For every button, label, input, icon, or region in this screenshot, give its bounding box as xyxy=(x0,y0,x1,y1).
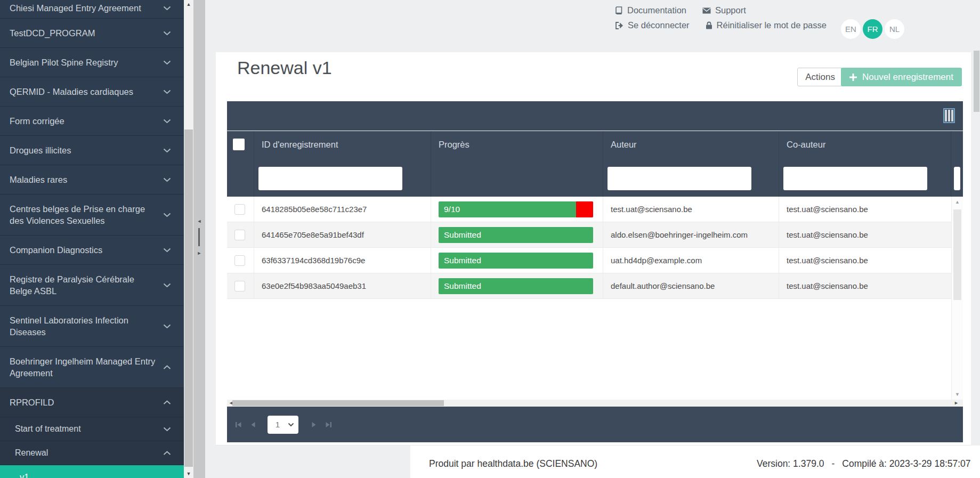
first-page-icon[interactable] xyxy=(234,420,243,429)
language-pill-en[interactable]: EN xyxy=(841,19,861,39)
table-vertical-scrollbar[interactable]: ▲ ▼ xyxy=(951,197,963,400)
page-title: Renewal v1 xyxy=(237,58,332,78)
sidebar-item-rprofild[interactable]: RPROFILD xyxy=(0,388,184,417)
sidebar-item-qermid-maladies-cardiaques[interactable]: QERMID - Maladies cardiaques xyxy=(0,77,184,107)
row-checkbox[interactable] xyxy=(234,204,245,215)
table-scroll-up-icon[interactable]: ▲ xyxy=(952,199,963,205)
header-link-lock[interactable]: Réinitialiser le mot de passe xyxy=(706,20,827,30)
column-chooser-icon[interactable] xyxy=(944,109,954,122)
select-all-checkbox[interactable] xyxy=(233,139,245,150)
column-header-coauteur[interactable]: Co-auteur xyxy=(779,131,951,158)
splitter-grip[interactable] xyxy=(198,228,200,246)
lock-icon xyxy=(706,21,712,29)
current-page-value: 1 xyxy=(268,420,288,429)
chevron-down-icon xyxy=(163,119,171,124)
scroll-down-icon[interactable]: ▼ xyxy=(184,470,193,477)
table-horizontal-scrollbar[interactable]: ◄ ► xyxy=(227,400,963,407)
table-row[interactable]: 641465e705e8e5a91bef43dfSubmittedaldo.el… xyxy=(227,222,963,248)
splitter-handle[interactable]: ◄ ► xyxy=(197,218,202,256)
sidebar-item-drogues-illicites[interactable]: Drogues illicites xyxy=(0,136,184,165)
chevron-down-icon xyxy=(163,60,171,65)
table-paginator: 1 xyxy=(227,407,963,442)
sidebar-item-testdcd-program[interactable]: TestDCD_PROGRAM xyxy=(0,19,184,48)
sidebar-item-label: Start of treatment xyxy=(15,423,81,435)
page-scrollbar-thumb[interactable] xyxy=(974,51,979,112)
sidebar-item-start-of-treatment[interactable]: Start of treatment xyxy=(0,417,184,441)
sidebar-item-form-corrig-e[interactable]: Form corrigée xyxy=(0,107,184,136)
progress-badge: Submitted xyxy=(439,253,593,269)
auteur-cell: test.uat@sciensano.be xyxy=(603,197,779,222)
signout-icon xyxy=(615,22,623,29)
column-header-extra xyxy=(951,131,963,158)
column-header-id[interactable]: ID d'enregistrement xyxy=(254,131,431,158)
sidebar-item-sentinel-laboratories-infection-diseases[interactable]: Sentinel Laboratories Infection Diseases xyxy=(0,306,184,347)
table-scrollbar-thumb[interactable] xyxy=(953,209,961,300)
version-separator: - xyxy=(831,458,835,469)
progress-cell: Submitted xyxy=(431,273,603,298)
sidebar-item-label: Renewal xyxy=(15,447,48,459)
actions-button[interactable]: Actions xyxy=(797,68,843,86)
sidebar-item-companion-diagnostics[interactable]: Companion Diagnostics xyxy=(0,236,184,265)
row-checkbox[interactable] xyxy=(234,230,245,240)
filter-auteur-input[interactable] xyxy=(608,167,751,190)
sidebar-scrollbar[interactable]: ▲ ▼ xyxy=(184,0,193,478)
header-links: DocumentationSupport Se déconnecterRéini… xyxy=(615,5,827,35)
table-scroll-right-icon[interactable]: ► xyxy=(954,400,959,407)
sidebar-item-label: Centres belges de Prise en charge des Vi… xyxy=(10,203,158,226)
sidebar-item-label: Maladies rares xyxy=(10,174,67,185)
sidebar-item-renewal[interactable]: Renewal xyxy=(0,441,184,465)
sidebar-item-registre-de-paralysie-c-r-brale-belge-asbl[interactable]: Registre de Paralysie Cérébrale Belge AS… xyxy=(0,265,184,306)
chevron-down-icon xyxy=(163,6,171,11)
envelope-icon xyxy=(702,7,711,14)
chevron-up-icon xyxy=(163,451,171,456)
sidebar-item-label: Sentinel Laboratories Infection Diseases xyxy=(10,314,158,338)
sidebar-item-v1[interactable]: v1 xyxy=(0,465,184,478)
table-row[interactable]: 6418285b05e8e58c711c23e79/10test.uat@sci… xyxy=(227,197,963,222)
language-pill-nl[interactable]: NL xyxy=(885,19,904,39)
sidebar-item-belgian-pilot-spine-registry[interactable]: Belgian Pilot Spine Registry xyxy=(0,48,184,77)
sidebar-item-centres-belges-de-prise-en-charge-des-violences-sexuelles[interactable]: Centres belges de Prise en charge des Vi… xyxy=(0,195,184,236)
coauteur-cell: test.uat@sciensano.be xyxy=(779,273,951,298)
sidebar-scrollbar-thumb[interactable] xyxy=(184,129,193,467)
table-hscrollbar-thumb[interactable] xyxy=(232,400,444,406)
table-toolbar xyxy=(227,101,963,131)
auteur-cell: uat.hd4dp@example.com xyxy=(603,248,779,273)
header-link-book[interactable]: Documentation xyxy=(615,5,686,15)
previous-page-icon[interactable] xyxy=(249,420,257,429)
row-checkbox[interactable] xyxy=(234,255,245,266)
language-pill-fr[interactable]: FR xyxy=(863,19,882,39)
filter-coauteur-input[interactable] xyxy=(783,167,927,190)
filter-id-input[interactable] xyxy=(258,167,402,190)
sidebar-item-maladies-rares[interactable]: Maladies rares xyxy=(0,165,184,195)
row-checkbox[interactable] xyxy=(234,281,245,291)
sidebar-item-label: v1 xyxy=(20,471,29,478)
header-link-envelope[interactable]: Support xyxy=(702,5,746,15)
column-header-progress[interactable]: Progrès xyxy=(431,131,603,158)
last-page-icon[interactable] xyxy=(324,420,333,429)
sidebar-splitter[interactable]: ◄ ► xyxy=(193,0,205,478)
column-header-auteur[interactable]: Auteur xyxy=(603,131,779,158)
filter-extra-input[interactable] xyxy=(954,167,960,190)
page-select[interactable]: 1 xyxy=(268,416,298,434)
progress-cell: 9/10 xyxy=(431,197,603,222)
sidebar-item-chiesi-managed-entry-agreement[interactable]: Chiesi Managed Entry Agreement xyxy=(0,0,184,19)
table-row[interactable]: 63f6337194cd368d19b76c9eSubmitteduat.hd4… xyxy=(227,248,963,273)
table-scroll-down-icon[interactable]: ▼ xyxy=(952,392,963,397)
table-header-row: ID d'enregistrement Progrès Auteur Co-au… xyxy=(227,131,963,158)
new-record-label: Nouvel enregistrement xyxy=(862,72,953,83)
page-scrollbar[interactable] xyxy=(973,0,980,478)
header-link-signout[interactable]: Se déconnecter xyxy=(615,20,690,30)
version-text: Version: 1.379.0 xyxy=(757,458,824,469)
sidebar-navigation: Chiesi Managed Entry AgreementTestDCD_PR… xyxy=(0,0,184,478)
records-table: ID d'enregistrement Progrès Auteur Co-au… xyxy=(227,101,963,442)
sidebar-item-boehringer-ingelheim-managed-entry-agreement[interactable]: Boehringer Ingelheim Managed Entry Agree… xyxy=(0,347,184,388)
next-page-icon[interactable] xyxy=(310,420,318,429)
expand-right-icon[interactable]: ► xyxy=(197,250,202,256)
collapse-left-icon[interactable]: ◄ xyxy=(197,218,202,224)
auteur-cell: aldo.elsen@boehringer-ingelheim.com xyxy=(603,222,779,247)
new-record-button[interactable]: Nouvel enregistrement xyxy=(841,68,962,86)
scroll-up-icon[interactable]: ▲ xyxy=(184,1,193,8)
sidebar-item-label: Registre de Paralysie Cérébrale Belge AS… xyxy=(10,273,158,297)
book-icon xyxy=(615,6,623,15)
table-row[interactable]: 63e0e2f54b983aa5049aeb31Submitteddefault… xyxy=(227,273,963,299)
